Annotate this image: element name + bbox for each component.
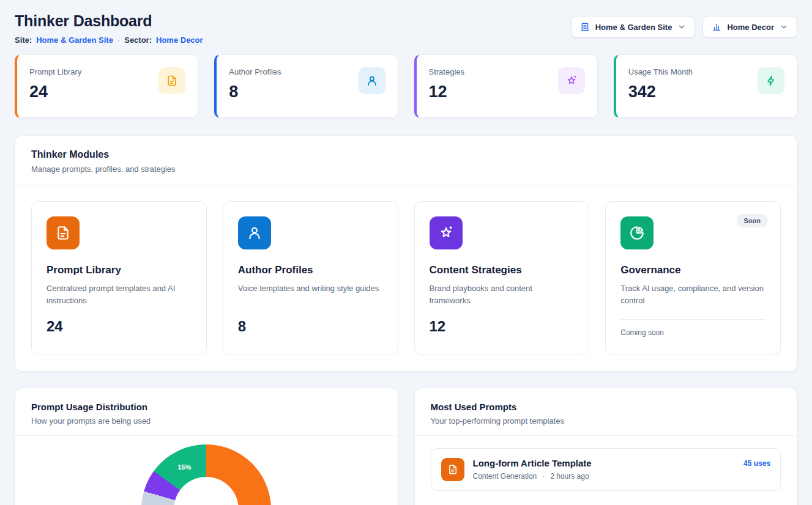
prompt-list-item[interactable]: Long-form Article Template Content Gener… xyxy=(431,448,781,491)
stat-info: Author Profiles 8 xyxy=(229,67,281,105)
sector-link[interactable]: Home Decor xyxy=(156,35,203,45)
stat-card-prompt-library: Prompt Library 24 xyxy=(15,54,198,118)
module-card-author-profiles[interactable]: Author Profiles Voice templates and writ… xyxy=(223,201,398,355)
stat-card-strategies: Strategies 12 xyxy=(414,54,598,118)
module-title: Governance xyxy=(620,264,765,276)
stat-value: 12 xyxy=(429,83,465,101)
chevron-down-icon xyxy=(677,23,686,31)
page-title: Thinker Dashboard xyxy=(15,12,203,30)
most-used-panel-subtitle: Your top-performing prompt templates xyxy=(431,416,781,426)
site-link[interactable]: Home & Garden Site xyxy=(36,35,113,45)
prompt-text: Long-form Article Template Content Gener… xyxy=(473,458,735,481)
module-card-governance[interactable]: Soon Governance Track AI usage, complian… xyxy=(605,201,781,355)
header-left: Thinker Dashboard Site: Home & Garden Si… xyxy=(15,12,203,45)
site-label: Site: xyxy=(15,35,32,45)
module-title: Content Strategies xyxy=(430,264,575,276)
module-count: 24 xyxy=(47,318,192,335)
usage-panel-title: Prompt Usage Distribution xyxy=(31,402,382,412)
stat-card-author-profiles: Author Profiles 8 xyxy=(214,54,398,118)
most-used-panel: Most Used Prompts Your top-performing pr… xyxy=(414,388,798,505)
bar-chart-icon xyxy=(712,22,721,32)
document-icon xyxy=(441,458,464,481)
prompt-list: Long-form Article Template Content Gener… xyxy=(415,436,797,503)
header-selectors: Home & Garden Site Home Decor xyxy=(571,12,797,38)
modules-title: Thinker Modules xyxy=(31,149,781,160)
chevron-down-icon xyxy=(780,23,788,31)
stat-value: 8 xyxy=(229,83,281,101)
stat-label: Prompt Library xyxy=(29,67,81,76)
stat-info: Usage This Month 342 xyxy=(628,67,693,105)
module-count: 12 xyxy=(430,318,575,335)
module-description: Centralized prompt templates and AI inst… xyxy=(47,282,192,308)
module-count: 8 xyxy=(238,318,383,335)
stat-label: Usage This Month xyxy=(628,67,693,76)
stat-info: Strategies 12 xyxy=(429,67,465,105)
donut-slice-label: 15% xyxy=(177,463,191,471)
sparkle-star-icon xyxy=(558,67,585,94)
module-description: Brand playbooks and content frameworks xyxy=(430,282,575,308)
stat-label: Strategies xyxy=(429,67,465,76)
most-used-panel-header: Most Used Prompts Your top-performing pr… xyxy=(415,388,797,436)
stat-value: 24 xyxy=(29,83,81,101)
usage-panel-header: Prompt Usage Distribution How your promp… xyxy=(15,388,398,436)
module-card-content-strategies[interactable]: Content Strategies Brand playbooks and c… xyxy=(414,201,590,355)
coming-soon-text: Coming soon xyxy=(620,319,765,337)
document-icon xyxy=(47,216,80,249)
lightning-icon xyxy=(758,67,784,94)
thinker-modules-section: Thinker Modules Manage prompts, profiles… xyxy=(15,135,797,372)
document-icon xyxy=(158,67,185,94)
module-title: Prompt Library xyxy=(47,264,192,276)
modules-grid: Prompt Library Centralized prompt templa… xyxy=(15,185,797,371)
site-selector-label: Home & Garden Site xyxy=(595,23,672,32)
stats-row: Prompt Library 24 Author Profiles 8 Stra… xyxy=(15,54,797,118)
stat-value: 342 xyxy=(628,83,693,101)
separator-dot: · xyxy=(542,472,545,481)
soon-badge: Soon xyxy=(737,214,769,227)
usage-donut-chart: 15% xyxy=(15,436,398,505)
stat-card-usage: Usage This Month 342 xyxy=(614,54,797,118)
stat-label: Author Profiles xyxy=(229,67,281,76)
page-header: Thinker Dashboard Site: Home & Garden Si… xyxy=(15,12,797,45)
most-used-panel-title: Most Used Prompts xyxy=(431,402,781,412)
stat-info: Prompt Library 24 xyxy=(29,67,81,105)
modules-header: Thinker Modules Manage prompts, profiles… xyxy=(15,136,797,185)
site-sector-breadcrumb: Site: Home & Garden Site · Sector: Home … xyxy=(15,35,203,45)
module-card-prompt-library[interactable]: Prompt Library Centralized prompt templa… xyxy=(31,201,207,355)
prompt-uses-count: 45 uses xyxy=(743,459,770,468)
module-title: Author Profiles xyxy=(238,264,383,276)
sparkle-star-icon xyxy=(430,216,463,249)
bottom-row: Prompt Usage Distribution How your promp… xyxy=(15,388,797,505)
site-selector-dropdown[interactable]: Home & Garden Site xyxy=(571,16,696,38)
prompt-title: Long-form Article Template xyxy=(473,458,735,468)
sector-selector-label: Home Decor xyxy=(727,23,774,32)
prompt-usage-panel: Prompt Usage Distribution How your promp… xyxy=(15,388,398,505)
person-icon xyxy=(238,216,271,249)
pie-chart-icon xyxy=(620,216,654,249)
person-icon xyxy=(359,67,386,94)
module-description: Voice templates and writing style guides xyxy=(238,282,383,308)
sector-selector-dropdown[interactable]: Home Decor xyxy=(702,16,797,38)
donut-chart: 15% xyxy=(141,444,271,505)
usage-panel-subtitle: How your prompts are being used xyxy=(31,416,382,426)
dashboard-page: Thinker Dashboard Site: Home & Garden Si… xyxy=(0,0,812,505)
prompt-meta: Content Generation · 2 hours ago xyxy=(473,472,735,481)
prompt-category: Content Generation xyxy=(473,472,537,481)
sector-label: Sector: xyxy=(124,35,152,45)
module-description: Track AI usage, compliance, and version … xyxy=(620,282,765,308)
prompt-time: 2 hours ago xyxy=(550,472,589,481)
separator-dot: · xyxy=(117,35,120,45)
building-icon xyxy=(580,22,590,32)
modules-subtitle: Manage prompts, profiles, and strategies xyxy=(31,164,781,174)
